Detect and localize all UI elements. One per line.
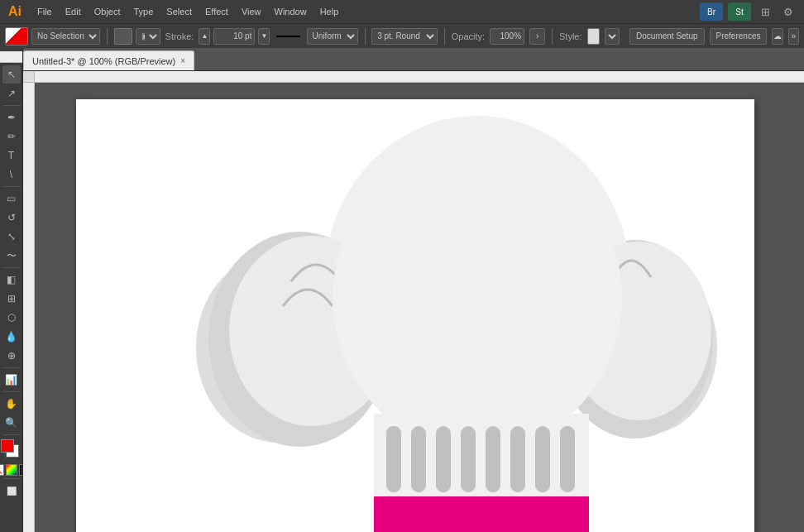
select-tool-row2: ↗ [2, 84, 21, 103]
stroke-value-input[interactable] [213, 28, 255, 45]
fill-stroke-boxes [1, 439, 22, 461]
canvas-area[interactable] [35, 83, 804, 532]
artboard-btn[interactable]: ⬜ [2, 482, 21, 500]
app-logo: Ai [3, 4, 26, 19]
divider-3 [444, 28, 445, 45]
shape-builder-btn[interactable]: ⬡ [2, 309, 21, 327]
brush-section: 3 pt. Round [371, 28, 438, 45]
app-icon-group: Br St ⊞ ⚙ [700, 2, 797, 21]
stroke-down-btn[interactable]: ▼ [258, 28, 270, 45]
menu-select[interactable]: Select [160, 4, 198, 19]
opacity-input[interactable] [490, 28, 524, 45]
svg-rect-20 [436, 426, 451, 492]
stroke-section: ▣ [114, 28, 160, 45]
ruler-corner [0, 51, 23, 63]
ruler-horizontal: ruler marks [35, 71, 804, 83]
menu-edit[interactable]: Edit [60, 4, 87, 19]
type-tool-btn[interactable]: T [2, 146, 21, 165]
selection-section: No Selection [5, 27, 100, 46]
svg-rect-26 [374, 496, 589, 532]
eyedropper-tool-btn[interactable]: 💧 [2, 328, 21, 346]
svg-rect-18 [386, 426, 401, 492]
color-controls [0, 439, 23, 476]
options-bar: No Selection ▣ Stroke: ▲ ▼ Uniform 3 pt.… [0, 23, 804, 48]
line-tool-btn[interactable]: \ [2, 165, 21, 184]
stock-icon-btn[interactable]: St [728, 2, 751, 21]
color-btn[interactable] [6, 464, 17, 476]
menu-view[interactable]: View [236, 4, 267, 19]
tool-sep-4 [2, 367, 21, 368]
rect-tool-btn[interactable]: ▭ [2, 189, 21, 208]
rotate-tool-btn[interactable]: ↺ [2, 208, 21, 227]
document-setup-btn[interactable]: Document Setup [629, 28, 705, 45]
fill-select[interactable]: No Selection [31, 28, 100, 45]
style-select[interactable]: ▼ [605, 28, 620, 45]
stroke-style-select[interactable]: ▣ [136, 28, 160, 45]
divider-2 [365, 28, 366, 45]
svg-rect-19 [411, 426, 426, 492]
tool-sep-1 [2, 105, 21, 106]
menu-effect[interactable]: Effect [199, 4, 234, 19]
stroke-value-section: ▲ ▼ [199, 28, 270, 45]
pen-tool-btn[interactable]: ✒ [2, 108, 21, 127]
divider-1 [107, 28, 108, 45]
menu-type[interactable]: Type [128, 4, 160, 19]
column-chart-btn[interactable]: 📊 [2, 371, 21, 389]
color-mode-btns [0, 464, 23, 476]
menu-object[interactable]: Object [89, 4, 127, 19]
document-tab[interactable]: Untitled-3* @ 100% (RGB/Preview) × [23, 50, 194, 70]
opacity-label: Opacity: [452, 31, 485, 41]
tab-close-btn[interactable]: × [180, 56, 185, 65]
menu-bar: Ai File Edit Object Type Select Effect V… [0, 0, 804, 23]
brush-size-select[interactable]: 3 pt. Round [371, 28, 438, 45]
menu-window[interactable]: Window [269, 4, 313, 19]
fill-color-btn[interactable] [5, 27, 28, 46]
stroke-color-btn[interactable] [114, 28, 132, 45]
svg-rect-23 [510, 426, 525, 492]
fill-box[interactable] [1, 439, 14, 453]
svg-point-17 [333, 145, 622, 451]
divider-4 [552, 28, 553, 45]
main-content: Untitled-3* @ 100% (RGB/Preview) × ruler… [23, 48, 804, 532]
hand-tool-btn[interactable]: ✋ [2, 395, 21, 413]
opacity-arrow-btn[interactable]: › [529, 28, 545, 45]
svg-rect-25 [560, 426, 575, 492]
svg-rect-24 [535, 426, 550, 492]
warp-tool-btn[interactable]: 〜 [2, 247, 21, 265]
stroke-up-btn[interactable]: ▲ [199, 28, 210, 45]
none-btn[interactable] [0, 464, 4, 476]
expand-btn[interactable]: » [788, 28, 799, 45]
style-label: Style: [559, 31, 582, 41]
menu-file[interactable]: File [31, 4, 58, 19]
grid-icon-btn[interactable]: ⊞ [756, 2, 774, 21]
direct-select-tool-btn[interactable]: ↗ [2, 84, 21, 103]
stroke-label: Stroke: [165, 31, 194, 41]
tool-sep-6 [2, 434, 21, 435]
tools-panel: ↖ ↗ ✒ ✏ T \ ▭ ↺ ⤡ 〜 ◧ ⊞ ⬡ 💧 ⊕ 📊 ✋ 🔍 [0, 48, 23, 532]
svg-rect-22 [486, 426, 500, 492]
stroke-type-select[interactable]: Uniform [307, 28, 358, 45]
preferences-btn[interactable]: Preferences [710, 28, 768, 45]
settings-icon-btn[interactable]: ⚙ [779, 2, 797, 21]
zoom-tool-btn[interactable]: 🔍 [2, 414, 21, 432]
bridge-icon-btn[interactable]: Br [700, 2, 723, 21]
style-color-btn[interactable] [587, 28, 601, 45]
pencil-tool-btn[interactable]: ✏ [2, 127, 21, 146]
ruler-vertical [23, 83, 35, 532]
mesh-tool-btn[interactable]: ⊞ [2, 290, 21, 308]
select-tool-btn[interactable]: ↖ [2, 65, 21, 84]
blend-tool-btn[interactable]: ⊕ [2, 347, 21, 365]
tool-sep-5 [2, 391, 21, 392]
menu-help[interactable]: Help [314, 4, 345, 19]
scale-tool-btn[interactable]: ⤡ [2, 228, 21, 246]
workspace: ↖ ↗ ✒ ✏ T \ ▭ ↺ ⤡ 〜 ◧ ⊞ ⬡ 💧 ⊕ 📊 ✋ 🔍 [0, 48, 804, 532]
select-tool-row: ↖ [2, 65, 21, 84]
ruler-corner-box [23, 71, 35, 83]
ruler-h-marks: ruler marks [35, 71, 804, 83]
chef-hat-illustration [35, 83, 804, 532]
gradient-tool-btn[interactable]: ◧ [2, 271, 21, 289]
canvas-wrapper: ruler marks [23, 71, 804, 532]
tab-bar: Untitled-3* @ 100% (RGB/Preview) × [23, 48, 804, 71]
cloud-btn[interactable]: ☁ [772, 28, 782, 45]
stroke-line-preview [276, 36, 299, 37]
